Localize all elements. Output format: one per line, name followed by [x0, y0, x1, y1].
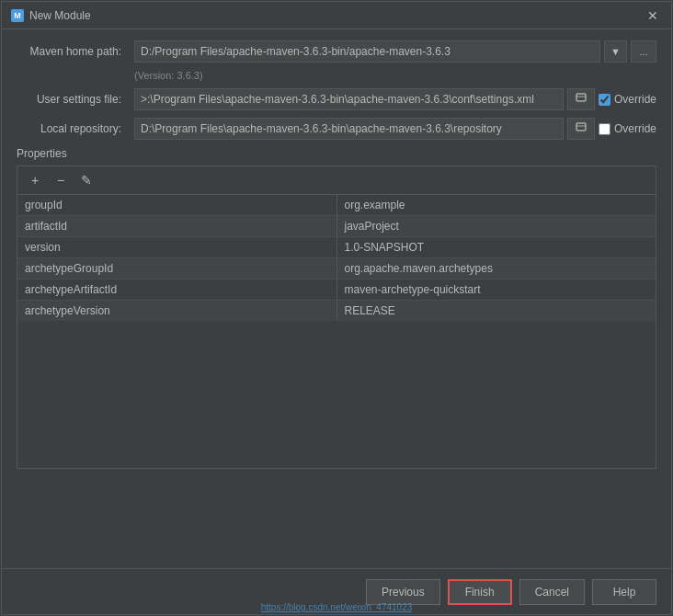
properties-section-label: Properties — [17, 147, 656, 160]
maven-home-dropdown-button[interactable]: ▼ — [604, 40, 627, 63]
user-settings-label: User settings file: — [17, 93, 127, 106]
props-toolbar: + − ✎ — [17, 166, 656, 195]
table-row[interactable]: groupIdorg.example — [17, 195, 656, 216]
version-label: (Version: 3.6.3) — [134, 70, 656, 81]
close-button[interactable]: ✕ — [644, 6, 662, 25]
table-row[interactable]: archetypeVersionRELEASE — [17, 301, 656, 322]
prop-value: RELEASE — [336, 301, 656, 322]
maven-home-input-group: ▼ ... — [134, 40, 656, 63]
maven-home-label: Maven home path: — [17, 45, 127, 58]
local-repo-label: Local repository: — [17, 122, 127, 135]
user-settings-browse-button[interactable] — [567, 88, 595, 110]
user-settings-override-label: Override — [599, 93, 656, 106]
prop-key: groupId — [17, 195, 336, 216]
local-repo-override-checkbox[interactable] — [599, 123, 610, 135]
table-row[interactable]: archetypeArtifactIdmaven-archetype-quick… — [17, 279, 656, 301]
dialog-content: Maven home path: ▼ ... (Version: 3.6.3) … — [2, 29, 671, 568]
prop-key: archetypeArtifactId — [17, 279, 336, 301]
watermark: https://blog.csdn.net/weixin_4741023 — [261, 602, 413, 612]
local-repo-row: Local repository: Override — [17, 118, 656, 140]
prop-key: archetypeVersion — [17, 301, 336, 322]
help-button[interactable]: Help — [592, 579, 656, 605]
dialog-footer: Previous Finish Cancel Help https://blog… — [2, 568, 671, 614]
cancel-button[interactable]: Cancel — [519, 579, 585, 605]
add-property-button[interactable]: + — [25, 170, 45, 190]
prop-value: 1.0-SNAPSHOT — [336, 237, 656, 258]
local-repo-override-label: Override — [599, 122, 656, 135]
properties-empty-area — [17, 321, 656, 468]
prop-value: org.example — [336, 195, 656, 216]
previous-button[interactable]: Previous — [366, 579, 440, 605]
properties-table: groupIdorg.exampleartifactIdjavaProjectv… — [17, 195, 656, 321]
local-repo-browse-button[interactable] — [567, 118, 595, 140]
table-row[interactable]: version1.0-SNAPSHOT — [17, 237, 656, 258]
local-repo-input[interactable] — [134, 118, 564, 140]
prop-key: artifactId — [17, 216, 336, 237]
table-row[interactable]: artifactIdjavaProject — [17, 216, 656, 237]
user-settings-row: User settings file: Override — [17, 88, 656, 110]
new-module-dialog: M New Module ✕ Maven home path: ▼ ... (V… — [1, 1, 672, 615]
prop-value: org.apache.maven.archetypes — [336, 258, 656, 279]
dialog-icon: M — [11, 9, 24, 22]
table-row[interactable]: archetypeGroupIdorg.apache.maven.archety… — [17, 258, 656, 279]
remove-property-button[interactable]: − — [51, 170, 71, 190]
user-settings-input[interactable] — [134, 88, 564, 110]
properties-section: + − ✎ groupIdorg.exampleartifactIdjavaPr… — [17, 165, 656, 469]
local-repo-input-group: Override — [134, 118, 656, 140]
title-bar: M New Module ✕ — [2, 2, 671, 29]
maven-home-browse-button[interactable]: ... — [631, 40, 656, 63]
prop-key: version — [17, 237, 336, 258]
user-settings-input-group: Override — [134, 88, 656, 110]
svg-rect-0 — [576, 94, 586, 101]
prop-value: maven-archetype-quickstart — [336, 279, 656, 301]
prop-key: archetypeGroupId — [17, 258, 336, 279]
finish-button[interactable]: Finish — [448, 579, 512, 605]
user-settings-override-checkbox[interactable] — [599, 94, 610, 106]
maven-home-input[interactable] — [134, 40, 600, 63]
maven-home-row: Maven home path: ▼ ... — [17, 40, 656, 63]
svg-rect-1 — [576, 123, 586, 131]
title-bar-left: M New Module — [11, 9, 91, 22]
edit-property-button[interactable]: ✎ — [76, 170, 97, 190]
dialog-title: New Module — [29, 9, 91, 22]
prop-value: javaProject — [336, 216, 656, 237]
